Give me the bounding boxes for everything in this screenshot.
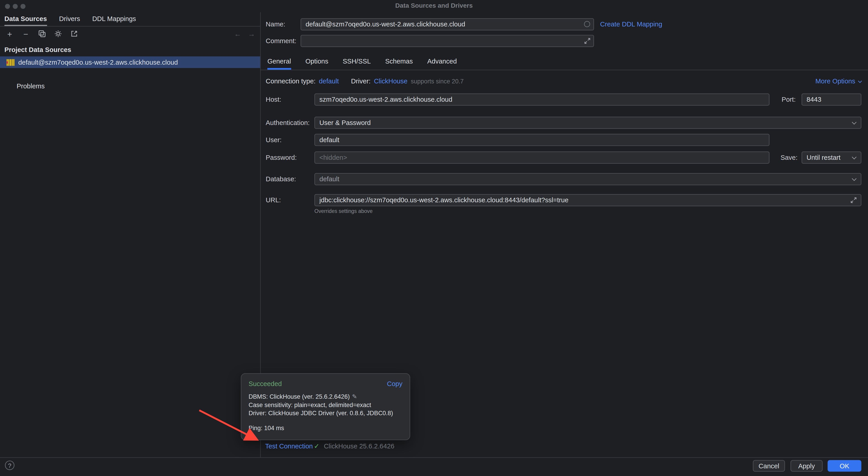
- port-input[interactable]: [802, 93, 861, 106]
- comment-input[interactable]: [301, 35, 594, 47]
- tab-options[interactable]: Options: [306, 55, 328, 70]
- datasource-list-item[interactable]: default@szm7oqed0o.us-west-2.aws.clickho…: [0, 57, 260, 68]
- name-input[interactable]: [301, 18, 594, 31]
- user-label: User:: [266, 134, 281, 146]
- dbms-line: DBMS: ClickHouse (ver. 25.6.2.6426)✎: [248, 393, 402, 401]
- cancel-button[interactable]: Cancel: [753, 460, 785, 472]
- datasource-color-icon[interactable]: [584, 21, 590, 27]
- url-input[interactable]: [314, 194, 862, 206]
- title-bar: Data Sources and Drivers: [0, 0, 868, 12]
- tab-drivers[interactable]: Drivers: [59, 12, 80, 26]
- help-button[interactable]: ?: [5, 461, 14, 470]
- left-tabs-separator: [0, 26, 260, 27]
- footer-separator: [0, 457, 868, 458]
- password-input[interactable]: [314, 151, 770, 164]
- settings-tab-bar: General Options SSH/SSL Schemas Advanced: [268, 55, 457, 70]
- ping-line: Ping: 104 ms: [248, 424, 402, 432]
- connection-type-row: Connection type: default Driver: ClickHo…: [266, 76, 464, 87]
- host-label: Host:: [266, 93, 281, 106]
- tab-ssh-ssl[interactable]: SSH/SSL: [343, 55, 371, 70]
- tab-label: SSH/SSL: [343, 58, 371, 65]
- connection-type-label: Connection type:: [266, 77, 315, 85]
- database-combobox[interactable]: default: [314, 173, 862, 185]
- popup-header: Succeeded Copy: [248, 380, 402, 387]
- tab-label: Data Sources: [4, 15, 47, 22]
- save-value: Until restart: [806, 154, 840, 161]
- tab-label: General: [268, 58, 291, 65]
- tab-data-sources[interactable]: Data Sources: [4, 12, 47, 26]
- host-input[interactable]: [314, 93, 770, 106]
- database-value: default: [319, 175, 339, 183]
- tab-label: Options: [306, 58, 328, 65]
- tab-label: Drivers: [59, 15, 80, 22]
- authentication-value: User & Password: [319, 119, 371, 127]
- history-nav: ← →: [234, 28, 255, 40]
- port-label: Port:: [781, 93, 796, 106]
- connection-status: Succeeded: [248, 380, 282, 387]
- apply-button[interactable]: Apply: [790, 460, 823, 472]
- right-tabs-separator: [260, 70, 868, 70]
- case-sensitivity-line: Case sensitivity: plain=exact, delimited…: [248, 401, 402, 409]
- tab-label: Schemas: [385, 58, 413, 65]
- data-sources-dialog: Data Sources and Drivers Data Sources Dr…: [0, 0, 868, 476]
- save-select[interactable]: Until restart: [802, 151, 861, 164]
- user-field-wrap: [314, 134, 770, 146]
- name-field-wrap: [301, 18, 594, 31]
- datasource-toolbar: + −: [5, 28, 78, 40]
- export-icon[interactable]: [70, 30, 78, 38]
- chevron-down-icon: [852, 120, 857, 124]
- driver-value[interactable]: ClickHouse: [374, 77, 407, 85]
- chevron-down-icon: [858, 79, 862, 83]
- check-icon: ✓: [314, 442, 319, 451]
- authentication-select[interactable]: User & Password: [314, 116, 862, 129]
- expand-icon[interactable]: [850, 197, 857, 203]
- driver-line: Driver: ClickHouse JDBC Driver (ver. 0.8…: [248, 409, 402, 417]
- duplicate-icon[interactable]: [37, 30, 46, 38]
- host-field-wrap: [314, 93, 770, 106]
- tab-ddl-mappings[interactable]: DDL Mappings: [92, 12, 136, 26]
- comment-field-wrap: [301, 35, 594, 47]
- expand-icon[interactable]: [584, 37, 591, 44]
- remove-icon[interactable]: −: [22, 30, 30, 38]
- driver-version-text: ClickHouse 25.6.2.6426: [324, 442, 394, 451]
- tab-advanced[interactable]: Advanced: [427, 55, 457, 70]
- tab-label: DDL Mappings: [92, 15, 136, 22]
- clickhouse-icon: [6, 59, 14, 66]
- password-label: Password:: [266, 151, 297, 164]
- datasource-name: default@szm7oqed0o.us-west-2.aws.clickho…: [18, 58, 178, 66]
- port-field-wrap: [802, 93, 861, 106]
- edit-icon[interactable]: ✎: [352, 393, 357, 400]
- name-label: Name:: [266, 18, 285, 31]
- problems-section[interactable]: Problems: [17, 82, 44, 90]
- gear-icon[interactable]: [54, 30, 62, 38]
- connection-type-value[interactable]: default: [319, 77, 339, 85]
- more-options-link[interactable]: More Options: [815, 76, 862, 87]
- test-connection-link[interactable]: Test Connection: [265, 442, 313, 451]
- tab-label: Advanced: [427, 58, 457, 65]
- save-label: Save:: [780, 151, 797, 164]
- forward-icon[interactable]: →: [248, 30, 255, 38]
- test-connection-result-popup: Succeeded Copy DBMS: ClickHouse (ver. 25…: [241, 373, 410, 440]
- create-ddl-mapping-link[interactable]: Create DDL Mapping: [600, 18, 662, 31]
- chevron-down-icon: [852, 176, 857, 181]
- more-options-label: More Options: [815, 77, 855, 85]
- driver-label: Driver:: [351, 77, 370, 85]
- left-tab-bar: Data Sources Drivers DDL Mappings: [4, 12, 136, 26]
- copy-button[interactable]: Copy: [387, 380, 403, 387]
- popup-body: DBMS: ClickHouse (ver. 25.6.2.6426)✎ Cas…: [248, 393, 402, 432]
- driver-hint: supports since 20.7: [411, 78, 464, 84]
- tab-general[interactable]: General: [268, 55, 291, 70]
- dbms-text: DBMS: ClickHouse (ver. 25.6.2.6426): [248, 393, 350, 400]
- comment-label: Comment:: [266, 35, 296, 47]
- add-icon[interactable]: +: [5, 30, 14, 38]
- password-field-wrap: [314, 151, 770, 164]
- back-icon[interactable]: ←: [234, 30, 242, 38]
- ok-button[interactable]: OK: [828, 460, 861, 472]
- url-label: URL:: [266, 194, 281, 206]
- authentication-label: Authentication:: [266, 116, 310, 129]
- project-data-sources-title: Project Data Sources: [4, 46, 71, 54]
- url-field-wrap: [314, 194, 862, 206]
- url-hint: Overrides settings above: [314, 208, 373, 214]
- tab-schemas[interactable]: Schemas: [385, 55, 413, 70]
- user-input[interactable]: [314, 134, 770, 146]
